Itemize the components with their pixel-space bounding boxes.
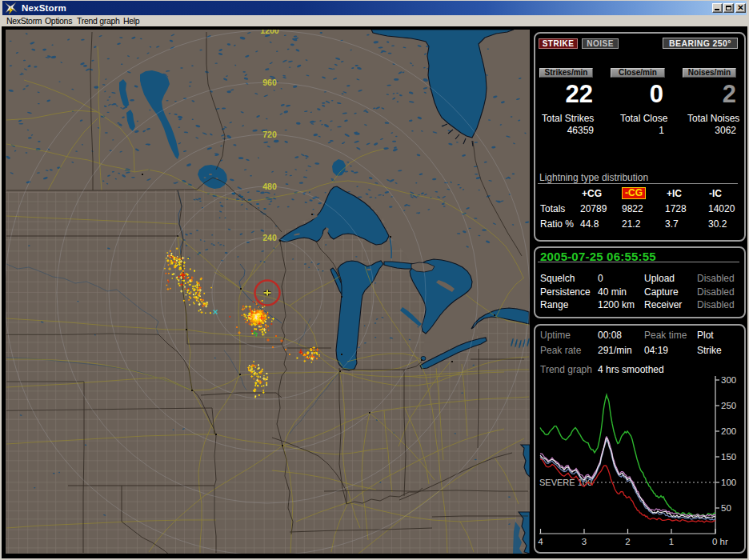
svg-text:1: 1 — [669, 537, 674, 546]
svg-text:200: 200 — [721, 426, 736, 436]
svg-text:2: 2 — [625, 537, 630, 546]
svg-text:150: 150 — [721, 452, 736, 462]
svg-text:300: 300 — [721, 375, 736, 385]
svg-text:50: 50 — [721, 503, 731, 513]
svg-text:3: 3 — [582, 537, 587, 546]
svg-text:4: 4 — [538, 537, 543, 546]
svg-text:0 hr: 0 hr — [712, 537, 728, 546]
svg-text:250: 250 — [721, 401, 736, 410]
svg-text:100: 100 — [721, 478, 736, 487]
